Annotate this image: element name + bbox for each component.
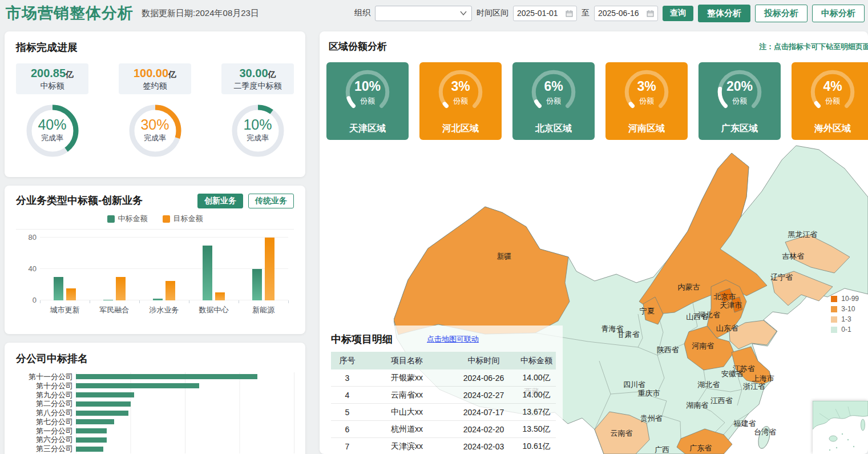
time-range-label: 时间区间	[477, 8, 508, 18]
region-card-天津区域[interactable]: 10%份额天津区域	[326, 62, 409, 140]
region-panel-header: 区域份额分析 注：点击指标卡可下钻至明细页面	[320, 31, 868, 61]
rank-bar[interactable]	[76, 437, 107, 443]
dashboard-page: 市场营销整体分析 数据更新日期:2024年08月23日 组织 时间区间 2025…	[0, 0, 868, 454]
tab-inactive[interactable]: 传统业务	[248, 194, 294, 208]
region-share-label: 份额	[605, 96, 688, 106]
table-row[interactable]: 3开银蒙xx2024-06-2614.00亿	[331, 369, 556, 387]
table-cell: 4	[331, 387, 364, 404]
region-cards-row: 10%份额天津区域3%份额河北区域6%份额北京区域3%份额河南区域20%份额广东…	[320, 61, 868, 140]
completion-gauges-row: 40%完成率30%完成率10%完成率	[16, 102, 294, 159]
region-name: 广东区域	[699, 123, 781, 135]
detail-table-title: 中标项目明细	[331, 332, 393, 346]
x-category-label: 军民融合	[90, 305, 139, 315]
rank-bar[interactable]	[76, 447, 103, 452]
rank-bar[interactable]	[76, 411, 128, 416]
rank-row: 第十分公司	[16, 381, 294, 391]
ranking-card: 分公司中标排名 第十一分公司第十分公司第九分公司第二分公司第八分公司第七分公司第…	[5, 343, 305, 454]
stat-box: 200.85亿中标额	[16, 63, 88, 94]
x-axis-tick	[288, 300, 289, 303]
bar-中标金额	[153, 299, 163, 300]
map-legend-swatch	[831, 306, 837, 312]
x-axis-tick	[90, 300, 90, 303]
map-legend-item: 10-99	[831, 295, 859, 303]
table-cell: 5	[331, 404, 364, 421]
table-row[interactable]: 7天津滨xx2024-02-0310.61亿	[331, 438, 556, 454]
stat-unit: 亿	[268, 70, 276, 79]
stat-label: 签约额	[143, 81, 167, 91]
completion-gauge: 40%完成率	[16, 102, 88, 159]
business-card-title: 分业务类型中标额-创新业务	[16, 194, 143, 207]
map-legend: 10-993-101-30-1	[831, 292, 859, 336]
date-from-input[interactable]: 2025-01-01	[513, 6, 577, 21]
bar-group	[90, 238, 139, 300]
x-category-label: 城市更新	[40, 305, 90, 315]
date-to-value: 2025-06-16	[598, 9, 639, 18]
table-cell: 13.67亿	[517, 404, 556, 421]
region-share-percent: 4%	[792, 79, 868, 94]
rank-bar[interactable]	[76, 392, 134, 397]
bar-目标金额	[116, 277, 126, 300]
table-cell: 杭州道xx	[364, 421, 450, 438]
stat-box: 30.00亿二季度中标额	[221, 63, 294, 94]
query-button[interactable]: 查询	[663, 6, 693, 21]
table-cell: 14.00亿	[517, 387, 556, 404]
rank-bar[interactable]	[76, 374, 257, 379]
bar-中标金额	[54, 277, 63, 300]
region-share-label: 份额	[419, 96, 502, 106]
table-cell: 2024-02-20	[450, 421, 517, 438]
rank-row: 第二分公司	[16, 399, 294, 408]
x-axis-tick	[139, 300, 140, 303]
rank-row: 第六分公司	[16, 436, 294, 445]
region-name: 北京区域	[512, 123, 595, 135]
x-axis-tick	[189, 300, 189, 303]
stat-number: 200.85	[31, 67, 66, 79]
page-title: 市场营销整体分析	[6, 3, 134, 23]
bar-group	[189, 238, 239, 300]
donut-gauge-svg	[127, 102, 184, 159]
overall-analysis-button[interactable]: 整体分析	[698, 5, 750, 22]
table-row[interactable]: 4云南省xx2024-02-2714.00亿	[331, 387, 556, 404]
stat-label: 中标额	[41, 81, 64, 91]
org-select[interactable]	[375, 6, 472, 21]
date-to-input[interactable]: 2025-06-16	[594, 6, 658, 21]
map-legend-label: 0-1	[841, 326, 851, 334]
rank-row: 第一分公司	[16, 427, 294, 436]
rank-bar[interactable]	[76, 383, 199, 388]
map-taiwan	[756, 425, 772, 449]
top-header: 市场营销整体分析 数据更新日期:2024年08月23日 组织 时间区间 2025…	[0, 0, 868, 26]
region-card-海外区域[interactable]: 4%份额海外区域	[792, 62, 868, 140]
win-analysis-button[interactable]: 中标分析	[812, 5, 865, 22]
bar-group	[239, 238, 288, 300]
bar-group	[139, 238, 189, 300]
completion-gauge: 30%完成率	[119, 102, 191, 159]
bar-目标金额	[215, 292, 225, 300]
south-china-sea-inset	[813, 401, 868, 454]
rank-bar[interactable]	[76, 428, 107, 433]
tab-active[interactable]: 创新业务	[197, 194, 243, 208]
map-link[interactable]: 点击地图可联动	[427, 334, 479, 344]
map-xinjiang	[394, 207, 570, 335]
update-date: 数据更新日期:2024年08月23日	[142, 8, 259, 19]
legend-label: 中标金额	[118, 214, 148, 224]
region-share-percent: 6%	[512, 79, 595, 94]
detail-table: 序号项目名称中标时间中标金额 3开银蒙xx2024-06-2614.00亿4云南…	[331, 352, 556, 454]
legend-item: 目标金额	[163, 214, 203, 224]
bid-analysis-button[interactable]: 投标分析	[755, 5, 808, 22]
table-cell: 10.61亿	[517, 438, 556, 454]
rank-bar[interactable]	[76, 401, 131, 407]
table-cell: 7	[331, 438, 364, 454]
region-card-河南区域[interactable]: 3%份额河南区域	[605, 62, 688, 140]
table-row[interactable]: 6杭州道xx2024-02-2013.50亿	[331, 421, 556, 438]
y-axis-label: 0	[18, 296, 37, 304]
region-card-广东区域[interactable]: 20%份额广东区域	[699, 62, 781, 140]
stat-unit: 亿	[66, 70, 74, 79]
region-card-北京区域[interactable]: 6%份额北京区域	[512, 62, 595, 140]
x-category-label: 新能源	[239, 305, 288, 315]
legend-item: 中标金额	[107, 214, 148, 224]
bar-目标金额	[165, 281, 175, 300]
rank-bar[interactable]	[76, 419, 114, 424]
region-name: 河北区域	[419, 123, 502, 135]
region-share-label: 份额	[512, 96, 595, 106]
region-card-河北区域[interactable]: 3%份额河北区域	[419, 62, 502, 140]
table-row[interactable]: 5中山大xx2024-07-1713.67亿	[331, 404, 556, 421]
